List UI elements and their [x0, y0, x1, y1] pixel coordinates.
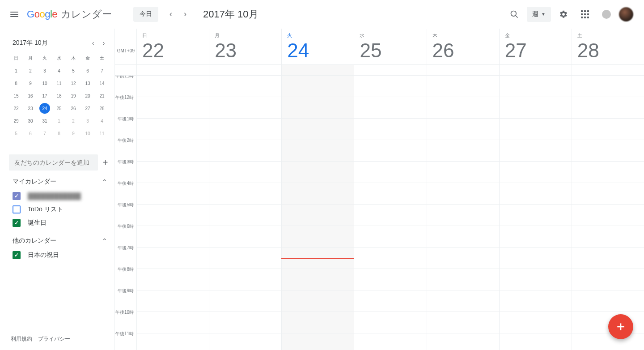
time-cell[interactable]	[281, 76, 354, 97]
time-cell[interactable]	[136, 248, 209, 269]
time-cell[interactable]	[209, 226, 281, 248]
mini-day-cell[interactable]: 2	[66, 115, 80, 127]
time-cell[interactable]	[572, 226, 644, 248]
mini-day-cell[interactable]: 6	[23, 127, 38, 140]
time-cell[interactable]	[281, 183, 354, 205]
time-cell[interactable]	[281, 205, 354, 226]
mini-day-cell[interactable]: 10	[38, 77, 52, 90]
time-cell[interactable]	[354, 205, 426, 226]
time-cell[interactable]	[281, 312, 354, 333]
calendar-item[interactable]: 日本の祝日	[11, 248, 107, 262]
time-cell[interactable]	[281, 333, 354, 350]
time-cell[interactable]	[572, 333, 644, 350]
time-cell[interactable]	[209, 183, 281, 205]
mini-day-cell[interactable]: 19	[66, 90, 80, 102]
mini-day-cell[interactable]: 1	[52, 115, 66, 127]
time-cell[interactable]	[499, 183, 572, 205]
time-cell[interactable]	[209, 205, 281, 226]
mini-day-cell[interactable]: 21	[95, 90, 109, 102]
time-cell[interactable]	[427, 76, 499, 97]
prev-week-button[interactable]: ‹	[164, 7, 178, 21]
all-day-cell[interactable]	[427, 65, 499, 75]
add-friend-calendar-input[interactable]	[9, 154, 98, 171]
time-cell[interactable]	[427, 312, 499, 333]
time-cell[interactable]	[281, 140, 354, 162]
settings-button[interactable]	[555, 5, 572, 23]
time-cell[interactable]	[572, 76, 644, 97]
mini-day-cell[interactable]: 31	[38, 115, 52, 127]
all-day-cell[interactable]	[281, 65, 354, 75]
mini-day-cell[interactable]: 6	[80, 64, 95, 77]
time-cell[interactable]	[136, 333, 209, 350]
time-cell[interactable]	[572, 97, 644, 119]
time-cell[interactable]	[354, 162, 426, 183]
time-cell[interactable]	[136, 97, 209, 119]
time-cell[interactable]	[572, 162, 644, 183]
mini-day-cell[interactable]: 11	[52, 77, 66, 90]
time-cell[interactable]	[354, 76, 426, 97]
time-cell[interactable]	[209, 97, 281, 119]
time-cell[interactable]	[209, 140, 281, 162]
time-cell[interactable]	[281, 162, 354, 183]
time-cell[interactable]	[136, 162, 209, 183]
search-button[interactable]	[505, 5, 523, 23]
footer-links[interactable]: 利用規約 – プライバシー	[4, 332, 114, 346]
mini-day-cell[interactable]: 24	[39, 103, 50, 114]
time-cell[interactable]	[354, 333, 426, 350]
time-cell[interactable]	[136, 119, 209, 140]
calendar-checkbox[interactable]	[13, 192, 21, 200]
time-cell[interactable]	[354, 248, 426, 269]
account-avatar[interactable]	[619, 7, 633, 21]
time-cell[interactable]	[209, 248, 281, 269]
mini-day-cell[interactable]: 2	[23, 64, 38, 77]
time-cell[interactable]	[499, 226, 572, 248]
mini-day-cell[interactable]: 30	[23, 115, 38, 127]
time-cell[interactable]	[499, 312, 572, 333]
time-cell[interactable]	[572, 119, 644, 140]
mini-day-cell[interactable]: 29	[9, 115, 23, 127]
time-cell[interactable]	[209, 269, 281, 290]
mini-prev-month[interactable]: ‹	[88, 38, 98, 48]
time-cell[interactable]	[354, 290, 426, 312]
main-menu-button[interactable]	[4, 4, 25, 25]
time-cell[interactable]	[427, 183, 499, 205]
mini-day-cell[interactable]: 3	[80, 115, 95, 127]
time-cell[interactable]	[209, 119, 281, 140]
time-cell[interactable]	[499, 76, 572, 97]
mini-day-cell[interactable]: 27	[80, 102, 95, 115]
time-cell[interactable]	[354, 119, 426, 140]
mini-day-cell[interactable]: 12	[66, 77, 80, 90]
mini-day-cell[interactable]: 15	[9, 90, 23, 102]
time-cell[interactable]	[209, 162, 281, 183]
calendar-item[interactable]: ████████████	[11, 189, 107, 203]
mini-day-cell[interactable]: 11	[95, 127, 109, 140]
add-other-calendar-button[interactable]: +	[102, 157, 109, 168]
time-cell[interactable]	[572, 290, 644, 312]
time-cell[interactable]	[281, 119, 354, 140]
time-cell[interactable]	[499, 333, 572, 350]
other-calendars-toggle[interactable]: 他のカレンダー ⌃	[4, 230, 114, 248]
calendar-item[interactable]: 誕生日	[11, 216, 107, 230]
mini-day-cell[interactable]: 26	[66, 102, 80, 115]
mini-day-cell[interactable]: 23	[23, 102, 38, 115]
time-cell[interactable]	[136, 140, 209, 162]
time-cell[interactable]	[427, 162, 499, 183]
mini-day-cell[interactable]: 8	[52, 127, 66, 140]
logo[interactable]: Google カレンダー	[27, 8, 112, 21]
time-cell[interactable]	[499, 269, 572, 290]
create-event-fab[interactable]: +	[608, 314, 633, 339]
all-day-cell[interactable]	[354, 65, 426, 75]
mini-day-cell[interactable]: 20	[80, 90, 95, 102]
my-calendars-toggle[interactable]: マイカレンダー ⌃	[4, 171, 114, 189]
day-column-header[interactable]: 木26	[427, 29, 499, 64]
time-cell[interactable]	[427, 290, 499, 312]
day-column-header[interactable]: 金27	[499, 29, 572, 64]
time-cell[interactable]	[427, 226, 499, 248]
mini-day-cell[interactable]: 28	[95, 102, 109, 115]
google-apps-button[interactable]	[576, 5, 594, 23]
time-cell[interactable]	[281, 226, 354, 248]
time-cell[interactable]	[136, 290, 209, 312]
time-cell[interactable]	[354, 226, 426, 248]
mini-day-cell[interactable]: 25	[52, 102, 66, 115]
mini-day-cell[interactable]: 4	[95, 115, 109, 127]
